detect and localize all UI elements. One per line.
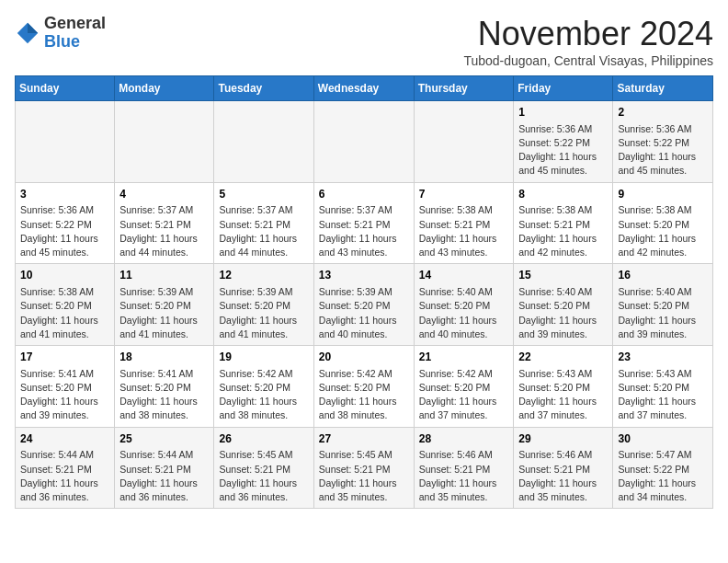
day-info: Sunrise: 5:38 AM Sunset: 5:21 PM Dayligh… [518, 203, 608, 259]
day-info: Sunrise: 5:45 AM Sunset: 5:21 PM Dayligh… [219, 448, 308, 504]
calendar-week-row: 10Sunrise: 5:38 AM Sunset: 5:20 PM Dayli… [16, 264, 713, 346]
day-number: 8 [518, 187, 608, 202]
location: Tubod-dugoan, Central Visayas, Philippin… [463, 53, 713, 68]
calendar-cell: 11Sunrise: 5:39 AM Sunset: 5:20 PM Dayli… [115, 264, 214, 346]
day-info: Sunrise: 5:44 AM Sunset: 5:21 PM Dayligh… [119, 448, 209, 504]
day-number: 14 [419, 268, 509, 283]
calendar-cell [313, 101, 414, 183]
weekday-header: Monday [115, 76, 214, 101]
calendar-week-row: 1Sunrise: 5:36 AM Sunset: 5:22 PM Daylig… [16, 101, 713, 183]
calendar-cell: 28Sunrise: 5:46 AM Sunset: 5:21 PM Dayli… [414, 427, 514, 509]
calendar-week-row: 17Sunrise: 5:41 AM Sunset: 5:20 PM Dayli… [16, 346, 713, 428]
calendar-cell: 22Sunrise: 5:43 AM Sunset: 5:20 PM Dayli… [514, 346, 613, 428]
calendar-cell [115, 101, 214, 183]
calendar-cell: 4Sunrise: 5:37 AM Sunset: 5:21 PM Daylig… [115, 182, 214, 264]
calendar-cell: 20Sunrise: 5:42 AM Sunset: 5:20 PM Dayli… [313, 346, 414, 428]
page-header: General Blue November 2024 Tubod-dugoan,… [15, 15, 713, 68]
day-info: Sunrise: 5:37 AM Sunset: 5:21 PM Dayligh… [119, 203, 209, 259]
calendar-cell [414, 101, 514, 183]
day-info: Sunrise: 5:41 AM Sunset: 5:20 PM Dayligh… [119, 367, 209, 423]
day-number: 27 [319, 431, 409, 447]
logo-icon [15, 20, 40, 46]
day-number: 22 [518, 350, 608, 365]
calendar-cell: 26Sunrise: 5:45 AM Sunset: 5:21 PM Dayli… [214, 427, 313, 509]
weekday-header: Tuesday [214, 76, 313, 101]
calendar-cell: 18Sunrise: 5:41 AM Sunset: 5:20 PM Dayli… [115, 346, 214, 428]
day-info: Sunrise: 5:37 AM Sunset: 5:21 PM Dayligh… [319, 203, 409, 259]
day-number: 24 [20, 431, 109, 447]
calendar-cell: 17Sunrise: 5:41 AM Sunset: 5:20 PM Dayli… [16, 346, 115, 428]
weekday-header: Friday [514, 76, 613, 101]
day-number: 29 [518, 431, 608, 447]
calendar-cell: 7Sunrise: 5:38 AM Sunset: 5:21 PM Daylig… [414, 182, 514, 264]
day-info: Sunrise: 5:38 AM Sunset: 5:21 PM Dayligh… [419, 203, 509, 259]
day-number: 4 [119, 187, 209, 202]
day-number: 16 [618, 268, 708, 283]
day-number: 15 [518, 268, 608, 283]
day-number: 17 [20, 350, 109, 365]
day-info: Sunrise: 5:36 AM Sunset: 5:22 PM Dayligh… [618, 122, 708, 178]
calendar-cell [16, 101, 115, 183]
svg-marker-1 [28, 23, 38, 33]
weekday-header: Thursday [414, 76, 514, 101]
day-number: 2 [618, 105, 708, 121]
weekday-header-row: SundayMondayTuesdayWednesdayThursdayFrid… [16, 76, 713, 101]
day-info: Sunrise: 5:38 AM Sunset: 5:20 PM Dayligh… [618, 203, 708, 259]
calendar-cell: 12Sunrise: 5:39 AM Sunset: 5:20 PM Dayli… [214, 264, 313, 346]
calendar-cell: 30Sunrise: 5:47 AM Sunset: 5:22 PM Dayli… [613, 427, 713, 509]
calendar-cell: 15Sunrise: 5:40 AM Sunset: 5:20 PM Dayli… [514, 264, 613, 346]
calendar-cell: 1Sunrise: 5:36 AM Sunset: 5:22 PM Daylig… [514, 101, 613, 183]
calendar-cell: 24Sunrise: 5:44 AM Sunset: 5:21 PM Dayli… [16, 427, 115, 509]
calendar-cell: 27Sunrise: 5:45 AM Sunset: 5:21 PM Dayli… [313, 427, 414, 509]
day-number: 10 [20, 268, 109, 283]
calendar-cell: 16Sunrise: 5:40 AM Sunset: 5:20 PM Dayli… [613, 264, 713, 346]
day-info: Sunrise: 5:40 AM Sunset: 5:20 PM Dayligh… [518, 285, 608, 341]
weekday-header: Wednesday [313, 76, 414, 101]
day-number: 18 [119, 350, 209, 365]
day-info: Sunrise: 5:47 AM Sunset: 5:22 PM Dayligh… [618, 448, 708, 504]
calendar-cell: 13Sunrise: 5:39 AM Sunset: 5:20 PM Dayli… [313, 264, 414, 346]
calendar-week-row: 24Sunrise: 5:44 AM Sunset: 5:21 PM Dayli… [16, 427, 713, 509]
day-number: 20 [319, 350, 409, 365]
day-info: Sunrise: 5:39 AM Sunset: 5:20 PM Dayligh… [119, 285, 209, 341]
day-info: Sunrise: 5:43 AM Sunset: 5:20 PM Dayligh… [618, 367, 708, 423]
day-info: Sunrise: 5:44 AM Sunset: 5:21 PM Dayligh… [20, 448, 109, 504]
day-info: Sunrise: 5:42 AM Sunset: 5:20 PM Dayligh… [319, 367, 409, 423]
calendar-cell: 9Sunrise: 5:38 AM Sunset: 5:20 PM Daylig… [613, 182, 713, 264]
day-info: Sunrise: 5:40 AM Sunset: 5:20 PM Dayligh… [618, 285, 708, 341]
calendar-cell: 2Sunrise: 5:36 AM Sunset: 5:22 PM Daylig… [613, 101, 713, 183]
day-number: 13 [319, 268, 409, 283]
calendar-cell: 3Sunrise: 5:36 AM Sunset: 5:22 PM Daylig… [16, 182, 115, 264]
calendar-table: SundayMondayTuesdayWednesdayThursdayFrid… [15, 75, 713, 509]
day-info: Sunrise: 5:41 AM Sunset: 5:20 PM Dayligh… [20, 367, 109, 423]
calendar-cell: 5Sunrise: 5:37 AM Sunset: 5:21 PM Daylig… [214, 182, 313, 264]
calendar-cell: 6Sunrise: 5:37 AM Sunset: 5:21 PM Daylig… [313, 182, 414, 264]
day-number: 28 [419, 431, 509, 447]
day-info: Sunrise: 5:46 AM Sunset: 5:21 PM Dayligh… [518, 448, 608, 504]
month-title: November 2024 [463, 15, 713, 53]
calendar-cell: 10Sunrise: 5:38 AM Sunset: 5:20 PM Dayli… [16, 264, 115, 346]
day-info: Sunrise: 5:40 AM Sunset: 5:20 PM Dayligh… [419, 285, 509, 341]
day-number: 9 [618, 187, 708, 202]
day-info: Sunrise: 5:38 AM Sunset: 5:20 PM Dayligh… [20, 285, 109, 341]
day-number: 11 [119, 268, 209, 283]
calendar-week-row: 3Sunrise: 5:36 AM Sunset: 5:22 PM Daylig… [16, 182, 713, 264]
day-number: 23 [618, 350, 708, 365]
calendar-cell: 29Sunrise: 5:46 AM Sunset: 5:21 PM Dayli… [514, 427, 613, 509]
day-info: Sunrise: 5:42 AM Sunset: 5:20 PM Dayligh… [219, 367, 308, 423]
day-info: Sunrise: 5:43 AM Sunset: 5:20 PM Dayligh… [518, 367, 608, 423]
day-number: 25 [119, 431, 209, 447]
day-info: Sunrise: 5:42 AM Sunset: 5:20 PM Dayligh… [419, 367, 509, 423]
day-number: 21 [419, 350, 509, 365]
day-number: 1 [518, 105, 608, 121]
day-info: Sunrise: 5:46 AM Sunset: 5:21 PM Dayligh… [419, 448, 509, 504]
day-info: Sunrise: 5:36 AM Sunset: 5:22 PM Dayligh… [518, 122, 608, 178]
calendar-cell: 23Sunrise: 5:43 AM Sunset: 5:20 PM Dayli… [613, 346, 713, 428]
calendar-cell: 19Sunrise: 5:42 AM Sunset: 5:20 PM Dayli… [214, 346, 313, 428]
day-info: Sunrise: 5:36 AM Sunset: 5:22 PM Dayligh… [20, 203, 109, 259]
weekday-header: Sunday [16, 76, 115, 101]
day-info: Sunrise: 5:37 AM Sunset: 5:21 PM Dayligh… [219, 203, 308, 259]
day-number: 19 [219, 350, 308, 365]
day-number: 26 [219, 431, 308, 447]
calendar-cell: 14Sunrise: 5:40 AM Sunset: 5:20 PM Dayli… [414, 264, 514, 346]
